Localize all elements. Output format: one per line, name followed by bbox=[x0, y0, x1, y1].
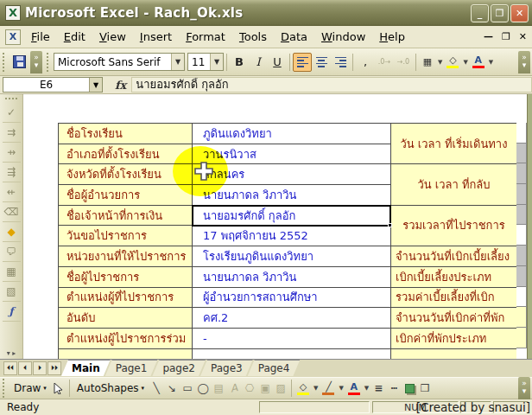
show-formulas-icon[interactable]: ▧ bbox=[3, 282, 21, 302]
row-value[interactable]: คศ.2 bbox=[193, 308, 391, 329]
save-button[interactable] bbox=[10, 53, 28, 72]
watch-window-icon[interactable]: ▦ bbox=[3, 262, 21, 282]
row-value[interactable]: โรงเรียนภูดินแดงวิทยา bbox=[193, 246, 391, 267]
drawing-toolbar-grip[interactable] bbox=[3, 379, 7, 398]
sliver-cell[interactable] bbox=[516, 266, 527, 287]
audit-mode-icon[interactable]: ✓ bbox=[3, 103, 21, 123]
underline-button[interactable]: U bbox=[268, 53, 287, 72]
font-size-select[interactable]: 11 ▼ bbox=[187, 53, 224, 71]
diagram-icon[interactable]: ⎔ bbox=[242, 380, 257, 396]
font-color-button[interactable]: A bbox=[345, 379, 363, 398]
chevron-down-icon[interactable]: ▼ bbox=[171, 54, 184, 70]
error-checking-icon[interactable]: ◆ bbox=[3, 222, 21, 242]
borders-button[interactable]: ▦ bbox=[419, 53, 436, 72]
right-label[interactable]: รวมเวลาที่ไปราชการ bbox=[391, 206, 516, 246]
sheet-restore-button[interactable]: ❐ bbox=[502, 31, 510, 42]
right-label[interactable]: เบิกค่าที่พักประเภท bbox=[391, 329, 516, 349]
menu-format[interactable]: Format bbox=[179, 27, 232, 47]
sliver-cell[interactable] bbox=[516, 225, 527, 246]
chevron-down-icon[interactable]: ▼ bbox=[337, 385, 345, 392]
row-label[interactable]: ตำแหน่งผู้ไปราชการร่วม bbox=[59, 329, 193, 349]
sheet-tab-main[interactable]: Main bbox=[61, 360, 111, 376]
menu-insert[interactable]: Insert bbox=[133, 27, 179, 47]
close-button[interactable]: ✕ bbox=[510, 4, 529, 22]
remove-all-arrows-icon[interactable]: ⌫ bbox=[3, 202, 21, 222]
new-comment-icon[interactable]: 🗩 bbox=[3, 242, 21, 262]
remove-dependent-arrows-icon[interactable]: ⇷ bbox=[3, 182, 21, 202]
line-style-icon[interactable]: ≡ bbox=[370, 380, 386, 396]
line-color-button[interactable]: ╱ bbox=[320, 379, 337, 398]
row-label[interactable]: ชื่อเจ้าหน้าที่การเงิน bbox=[59, 206, 193, 227]
text-box-icon[interactable]: ▤ bbox=[211, 380, 226, 396]
font-name-select[interactable]: Microsoft Sans Serif ▼ bbox=[54, 53, 185, 71]
italic-button[interactable]: I bbox=[249, 53, 268, 72]
vertical-toolbar-overflow[interactable]: ▾ ▸ bbox=[7, 349, 16, 357]
sliver-cell[interactable] bbox=[516, 163, 527, 184]
bold-button[interactable]: B bbox=[230, 53, 249, 72]
minimize-button[interactable]: _ bbox=[471, 4, 489, 22]
row-value[interactable]: 17 พฤศจิกายน 2552 bbox=[193, 226, 391, 246]
menu-view[interactable]: View bbox=[92, 27, 133, 47]
chevron-down-icon[interactable]: ▼ bbox=[312, 385, 320, 392]
tab-scroll-next-button[interactable]: ⏵ bbox=[33, 361, 47, 375]
right-label[interactable]: เบิกเบี้ยเลี้ยงประเภท bbox=[391, 267, 516, 288]
sliver-cell[interactable] bbox=[516, 246, 527, 266]
row-label[interactable]: ตำแหน่งผู้ที่ไปราชการ bbox=[59, 288, 193, 309]
sheet-tab-page2[interactable]: page2 bbox=[152, 360, 206, 376]
autoshapes-menu-button[interactable]: AutoShapes▾ bbox=[73, 380, 149, 396]
menu-data[interactable]: Data bbox=[274, 27, 314, 47]
remove-precedent-arrows-icon[interactable]: ⇸ bbox=[3, 143, 21, 163]
font-color-button[interactable]: A bbox=[470, 53, 487, 72]
row-value[interactable]: นายนภาดล วิภาวิน bbox=[193, 185, 391, 206]
chevron-down-icon[interactable]: ▼ bbox=[461, 59, 469, 66]
arrow-tool-icon[interactable]: ↘ bbox=[164, 380, 180, 396]
draw-menu-button[interactable]: Draw▾ bbox=[10, 380, 51, 396]
row-label[interactable] bbox=[59, 349, 193, 359]
row-value[interactable]: สกลนคร bbox=[193, 164, 391, 185]
row-value[interactable] bbox=[193, 349, 391, 359]
chevron-down-icon[interactable]: ▼ bbox=[210, 54, 223, 70]
drawing-toolbar-overflow-button[interactable]: »▾ bbox=[518, 377, 530, 399]
row-label[interactable]: ชื่อผู้ไปราชการ bbox=[59, 267, 193, 288]
row-label[interactable]: อำเภอที่ตั้งโรงเรียน bbox=[59, 144, 193, 165]
wordart-icon[interactable]: A bbox=[225, 379, 243, 397]
row-label[interactable]: ชื่อโรงเรียน bbox=[59, 124, 193, 144]
sliver-cell[interactable] bbox=[516, 307, 527, 328]
rectangle-tool-icon[interactable]: ▭ bbox=[180, 380, 195, 396]
right-label[interactable]: จำนวนวันที่เบิกค่าที่พัก bbox=[391, 308, 516, 329]
name-box[interactable]: E6 ▼ bbox=[3, 77, 103, 93]
insert-picture-icon[interactable]: ▨ bbox=[273, 380, 288, 396]
menu-window[interactable]: Window bbox=[314, 27, 372, 47]
sheet-tab-page1[interactable]: Page1 bbox=[105, 360, 158, 376]
menu-help[interactable]: Help bbox=[372, 27, 412, 47]
threed-style-icon[interactable]: ❒ bbox=[417, 380, 433, 396]
tab-scroll-prev-button[interactable]: ⏴ bbox=[18, 361, 32, 375]
select-objects-icon[interactable] bbox=[51, 380, 66, 396]
chevron-down-icon[interactable]: ▼ bbox=[89, 78, 102, 92]
evaluate-formula-icon[interactable]: ƒ bbox=[3, 302, 21, 322]
formatting-toolbar-grip[interactable] bbox=[47, 53, 51, 72]
tab-scroll-last-button[interactable]: ⏵⏵ bbox=[48, 361, 61, 375]
row-value[interactable]: นายนภาดล วิภาวิน bbox=[193, 267, 391, 288]
right-label[interactable]: วัน เวลา ที่กลับ bbox=[391, 164, 516, 205]
line-tool-icon[interactable]: ╲ bbox=[149, 380, 164, 396]
row-value[interactable]: - bbox=[193, 329, 391, 349]
restore-button[interactable]: ❐ bbox=[491, 4, 509, 22]
oval-tool-icon[interactable]: ◯ bbox=[195, 380, 211, 396]
fill-color-button[interactable]: ◇ bbox=[444, 53, 461, 72]
row-value[interactable]: ภูดินแดงวิทยา bbox=[193, 124, 391, 144]
row-label[interactable]: อันดับ bbox=[59, 308, 193, 329]
menu-edit[interactable]: Edit bbox=[57, 27, 92, 47]
formula-input[interactable]: นายอมรศักดิ์ กุลอัก bbox=[131, 77, 532, 93]
increase-decimal-button[interactable]: .0→ bbox=[375, 53, 394, 72]
insert-function-icon[interactable]: fx bbox=[115, 79, 126, 92]
chevron-down-icon[interactable]: ▼ bbox=[363, 385, 370, 392]
menu-tools[interactable]: Tools bbox=[232, 27, 274, 47]
row-label[interactable]: ชื่อผู้อำนวยการ bbox=[59, 185, 193, 206]
row-label[interactable]: จังหวัดที่ตั้งโรงเรียน bbox=[59, 164, 193, 185]
row-value[interactable]: วานรนิวาส bbox=[193, 144, 391, 165]
right-label[interactable]: จำนวนวันที่เบิกเบี้ยเลี้ยง bbox=[391, 246, 516, 267]
vertical-toolbar-grip[interactable] bbox=[5, 98, 17, 99]
standard-toolbar-grip[interactable] bbox=[3, 53, 7, 72]
sheet-canvas[interactable]: ชื่อโรงเรียน ภูดินแดงวิทยา วัน เวลา ที่เ… bbox=[23, 94, 527, 359]
